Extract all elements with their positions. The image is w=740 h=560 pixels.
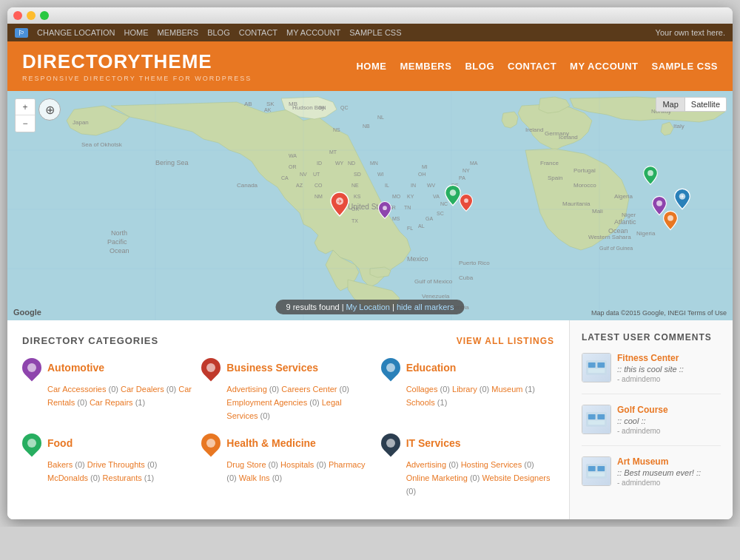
admin-contact[interactable]: CONTACT (239, 28, 278, 37)
hide-markers-link[interactable]: hide all markers (397, 303, 454, 311)
admin-home[interactable]: HOME (124, 28, 149, 37)
cat-count: (1) (437, 398, 447, 407)
category-name[interactable]: Education (406, 362, 457, 374)
cat-link[interactable]: Website Designers (482, 473, 550, 482)
svg-point-94 (656, 200, 662, 206)
cat-count: (0) (147, 460, 157, 469)
cat-link[interactable]: Advertising (406, 460, 448, 469)
category-name[interactable]: Business Services (226, 362, 318, 374)
cat-link[interactable]: Advertising (226, 385, 269, 394)
map-pin-extra1[interactable] (459, 193, 474, 215)
cat-link[interactable]: Car Dealers (121, 385, 166, 394)
map-pin-orange[interactable] (662, 209, 679, 235)
svg-text:Pacific: Pacific (107, 238, 127, 246)
categories-grid: Automotive Car Accessories (0) Car Deale… (22, 358, 554, 497)
category-name[interactable]: Food (47, 437, 73, 449)
svg-text:OH: OH (418, 172, 426, 177)
nav-members[interactable]: MEMBERS (400, 61, 451, 72)
cat-count: (1) (144, 473, 154, 482)
cat-link[interactable]: Hosting Services (461, 460, 525, 469)
category-links: Bakers (0) Drive Throughts (0) McDonalds… (22, 457, 195, 484)
nav-my-account[interactable]: MY ACCOUNT (570, 61, 638, 72)
close-button[interactable] (13, 11, 22, 20)
svg-text:ND: ND (348, 161, 355, 166)
cat-count: (0) (260, 411, 270, 420)
cat-link[interactable]: Collages (406, 385, 440, 394)
directory-header: DIRECTORY CATEGORIES VIEW ALL LISTINGS (22, 335, 554, 346)
zoom-in-button[interactable]: + (16, 99, 35, 115)
cat-link[interactable]: Careers Center (281, 385, 339, 394)
nav-sample-css[interactable]: SAMPLE CSS (651, 61, 718, 72)
main-nav: HOME MEMBERS BLOG CONTACT MY ACCOUNT SAM… (356, 61, 718, 72)
svg-text:WY: WY (335, 161, 344, 166)
avatar-graphic (582, 457, 610, 485)
view-all-listings-link[interactable]: VIEW ALL LISTINGS (457, 336, 554, 346)
admin-blog[interactable]: BLOG (207, 28, 230, 37)
category-header: Education (381, 358, 554, 377)
cat-count: (0) (226, 473, 236, 482)
maximize-button[interactable] (40, 11, 49, 20)
admin-my-account[interactable]: MY ACCOUNT (286, 28, 340, 37)
map-background[interactable]: Bering Sea Sea of Okhotsk Canada United … (7, 91, 733, 320)
map-type-satellite[interactable]: Satellite (685, 98, 726, 111)
svg-text:NM: NM (314, 194, 323, 199)
category-name[interactable]: IT Services (406, 437, 461, 449)
svg-rect-105 (597, 414, 605, 419)
cat-link[interactable]: Schools (406, 398, 437, 407)
admin-sample-css[interactable]: SAMPLE CSS (349, 28, 401, 37)
svg-text:NB: NB (363, 124, 370, 129)
category-header: Food (22, 434, 195, 453)
minimize-button[interactable] (27, 11, 36, 20)
cat-link[interactable]: Car Repairs (90, 398, 135, 407)
zoom-out-button[interactable]: − (16, 115, 35, 132)
cat-link-line: Advertising (0) (226, 385, 281, 394)
comment-body: Art Museum :: Best museum ever! :: - adm… (617, 456, 721, 487)
cat-link[interactable]: Drug Store (226, 460, 268, 469)
svg-rect-109 (597, 466, 605, 471)
svg-point-91 (450, 189, 457, 196)
cat-link[interactable]: Museum (491, 385, 525, 394)
admin-members[interactable]: MEMBERS (158, 28, 199, 37)
comment-author: - admindemo (617, 375, 721, 383)
map-pin-extra2[interactable] (377, 200, 392, 223)
cat-link[interactable]: McDonalds (47, 473, 90, 482)
nav-home[interactable]: HOME (356, 61, 386, 72)
nav-contact[interactable]: CONTACT (508, 61, 556, 72)
comment-place[interactable]: Fitness Center (617, 353, 721, 363)
cat-link[interactable]: Bakers (47, 460, 75, 469)
comments-title: LATEST USER COMMENTS (582, 332, 721, 343)
cat-count: (0) (440, 385, 450, 394)
cat-link[interactable]: Hospitals (280, 460, 316, 469)
category-icon (198, 354, 225, 382)
comment-place[interactable]: Art Museum (617, 456, 721, 467)
cat-link[interactable]: Employment Agencies (226, 398, 309, 407)
my-location-link[interactable]: My Location (346, 303, 390, 311)
cat-link[interactable]: Resturants (103, 473, 144, 482)
cat-link[interactable]: Library (452, 385, 480, 394)
category-item: Business Services Advertising (0) Career… (201, 358, 374, 422)
map-pin-iceland[interactable] (642, 165, 659, 189)
svg-text:IN: IN (411, 183, 416, 188)
svg-text:KS: KS (354, 194, 361, 199)
cat-link[interactable]: Car Accessories (47, 385, 109, 394)
comment-item: Golf Course :: cool :: - admindemo (582, 405, 721, 446)
comment-place[interactable]: Golf Course (617, 405, 721, 415)
category-name[interactable]: Automotive (47, 362, 104, 374)
cat-link[interactable]: Walk Ins (239, 473, 272, 482)
avatar (582, 405, 611, 434)
svg-text:TX: TX (352, 218, 358, 223)
svg-text:AL: AL (418, 223, 425, 229)
svg-text:QC: QC (340, 105, 349, 111)
category-name[interactable]: Health & Medicine (226, 437, 316, 449)
svg-text:OK: OK (352, 206, 359, 212)
svg-text:Niger: Niger (622, 212, 636, 218)
nav-blog[interactable]: BLOG (465, 61, 494, 72)
svg-text:MT: MT (329, 149, 337, 155)
cat-link-line: Museum (1) (491, 385, 535, 394)
cat-link[interactable]: Pharmacy (329, 460, 366, 469)
cat-link[interactable]: Drive Throughts (87, 460, 147, 469)
cat-link[interactable]: Online Marketing (406, 473, 470, 482)
admin-change-location[interactable]: CHANGE LOCATION (37, 28, 115, 37)
map-type-map[interactable]: Map (656, 98, 684, 111)
map-pin-red[interactable]: ✈ (329, 191, 350, 220)
